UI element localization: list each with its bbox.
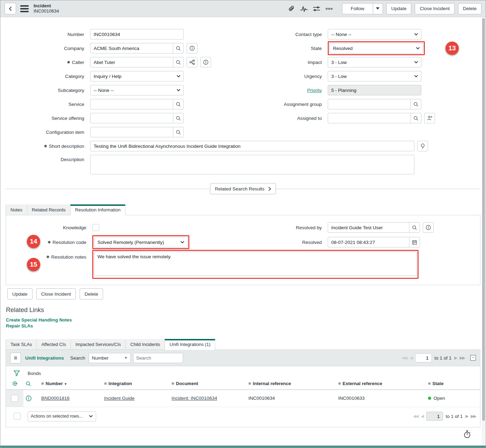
follow-button[interactable]: Follow (342, 3, 373, 14)
last-page-button[interactable]: ▶▶ (460, 355, 465, 360)
urgency-select[interactable]: 3 - Low (328, 71, 421, 81)
column-menu-icon[interactable]: ≡ (428, 381, 431, 386)
column-header-internal-reference[interactable]: ≡Internal reference (246, 378, 336, 390)
search-field-select[interactable]: Number ▼ (89, 353, 131, 363)
company-lookup-button[interactable] (173, 43, 184, 53)
tab-resolution-information[interactable]: Resolution Information (70, 204, 125, 215)
select-all-checkbox[interactable] (14, 413, 21, 420)
resolved-calendar-button[interactable] (409, 237, 420, 247)
scrollbar-thumb[interactable] (482, 18, 485, 421)
list-search-input[interactable] (133, 353, 183, 363)
filter-breadcrumb[interactable]: Bonds (28, 371, 41, 376)
column-menu-icon[interactable]: ≡ (104, 381, 107, 386)
resolution-code-select[interactable]: Solved Remotely (Permanently) (94, 237, 188, 247)
update-button[interactable]: Update (386, 3, 412, 14)
description-field[interactable] (90, 155, 414, 174)
assignment-group-lookup-button[interactable] (411, 99, 421, 109)
company-field[interactable] (90, 43, 173, 53)
personalize-form-icon[interactable] (312, 4, 321, 13)
assigned-to-lookup-button[interactable] (411, 113, 421, 123)
delete-button[interactable]: Delete (458, 3, 481, 14)
category-select[interactable]: Inquiry / Help (90, 71, 184, 81)
column-menu-icon[interactable]: ≡ (338, 381, 341, 386)
resolved-by-lookup-button[interactable] (409, 222, 420, 233)
document-link[interactable]: Incident: INC0010634 (172, 396, 217, 401)
tab-task-slas[interactable]: Task SLAs (6, 339, 37, 349)
related-search-results-button[interactable]: Related Search Results (210, 183, 276, 194)
service-field[interactable] (90, 99, 173, 109)
assignment-group-field[interactable] (328, 99, 411, 109)
contact-type-select[interactable]: -- None -- (328, 29, 421, 39)
column-header-state[interactable]: ≡State (426, 378, 480, 390)
caller-preview-button[interactable] (200, 57, 211, 67)
actions-on-selected-rows-select[interactable]: Actions on selected rows... (28, 411, 96, 421)
close-incident-button[interactable]: Close Incident (415, 3, 455, 14)
service-offering-field[interactable] (90, 113, 173, 123)
row-select-checkbox[interactable] (11, 395, 18, 402)
priority-label-link[interactable]: Priority (307, 88, 322, 93)
page-number-input[interactable] (415, 353, 432, 362)
state-select[interactable]: Resolved (329, 43, 423, 53)
configuration-item-lookup-button[interactable] (173, 127, 184, 137)
create-special-handling-notes-link[interactable]: Create Special Handling Notes (6, 317, 486, 323)
list-settings-gear-icon[interactable] (12, 381, 18, 386)
next-page-button[interactable]: ▶ (454, 355, 457, 360)
column-menu-icon[interactable]: ≡ (172, 381, 174, 386)
resolved-by-preview-button[interactable] (423, 222, 434, 233)
service-offering-lookup-button[interactable] (173, 113, 184, 123)
page-number-input[interactable] (426, 412, 443, 421)
assigned-to-field[interactable] (328, 113, 411, 123)
next-page-button[interactable]: ▶ (465, 414, 468, 419)
collapse-list-button[interactable]: − (470, 355, 476, 361)
assign-to-me-button[interactable] (424, 113, 435, 123)
service-lookup-button[interactable] (173, 99, 184, 109)
delete-button-bottom[interactable]: Delete (80, 288, 103, 299)
list-context-menu-icon[interactable]: ≡ (10, 353, 21, 363)
bond-number-link[interactable]: BND0001816 (41, 396, 70, 401)
column-menu-icon[interactable]: ≡ (41, 381, 44, 386)
back-button[interactable] (5, 3, 16, 14)
activity-stream-icon[interactable] (299, 4, 309, 13)
tab-impacted-services[interactable]: Impacted Services/CIs (71, 339, 126, 349)
configuration-item-field[interactable] (90, 127, 173, 137)
caller-lookup-button[interactable] (173, 57, 184, 67)
column-header-integration[interactable]: ≡Integration (102, 378, 169, 390)
attachment-icon[interactable] (287, 4, 296, 13)
tab-child-incidents[interactable]: Child Incidents (125, 339, 165, 349)
number-field[interactable] (90, 29, 184, 39)
impact-select[interactable]: 3 - Low (328, 57, 421, 67)
subcategory-select[interactable]: -- None -- (90, 85, 184, 95)
caller-hierarchy-button[interactable] (187, 57, 197, 67)
tab-notes[interactable]: Notes (6, 204, 27, 215)
vertical-scrollbar[interactable] (482, 17, 485, 446)
first-page-button[interactable]: ◀◀ (402, 355, 407, 360)
integration-link[interactable]: Incident Guide (104, 396, 135, 401)
more-options-icon[interactable] (325, 4, 334, 13)
first-page-button[interactable]: ◀◀ (413, 414, 418, 419)
previous-page-button[interactable]: ◀ (409, 355, 412, 360)
tab-affected-cis[interactable]: Affected CIs (36, 339, 71, 349)
column-search-icon[interactable] (26, 381, 31, 386)
knowledge-checkbox[interactable] (92, 224, 99, 231)
tab-unifi-integrations[interactable]: Unifi Integrations (1) (165, 339, 215, 350)
caller-field[interactable] (90, 57, 173, 67)
last-page-button[interactable]: ▶▶ (471, 414, 476, 419)
response-time-icon[interactable] (463, 430, 471, 439)
resolved-by-field[interactable] (328, 222, 409, 233)
resolved-field[interactable] (328, 237, 409, 247)
repair-slas-link[interactable]: Repair SLAs (6, 323, 486, 328)
column-header-document[interactable]: ≡Document (169, 378, 246, 390)
short-description-field[interactable] (90, 141, 414, 151)
column-header-number[interactable]: ≡Number ▼ (39, 378, 102, 390)
column-header-external-reference[interactable]: ≡External reference (336, 378, 426, 390)
form-context-menu-icon[interactable] (20, 5, 29, 12)
filter-icon[interactable] (14, 370, 20, 376)
company-preview-button[interactable] (187, 43, 197, 53)
follow-dropdown-button[interactable] (373, 3, 383, 14)
previous-page-button[interactable]: ◀ (421, 414, 423, 419)
tab-related-records[interactable]: Related Records (27, 204, 71, 215)
column-menu-icon[interactable]: ≡ (248, 381, 251, 386)
update-button-bottom[interactable]: Update (7, 288, 32, 299)
row-preview-info-icon[interactable] (26, 395, 32, 402)
close-incident-button-bottom[interactable]: Close Incident (36, 288, 76, 299)
